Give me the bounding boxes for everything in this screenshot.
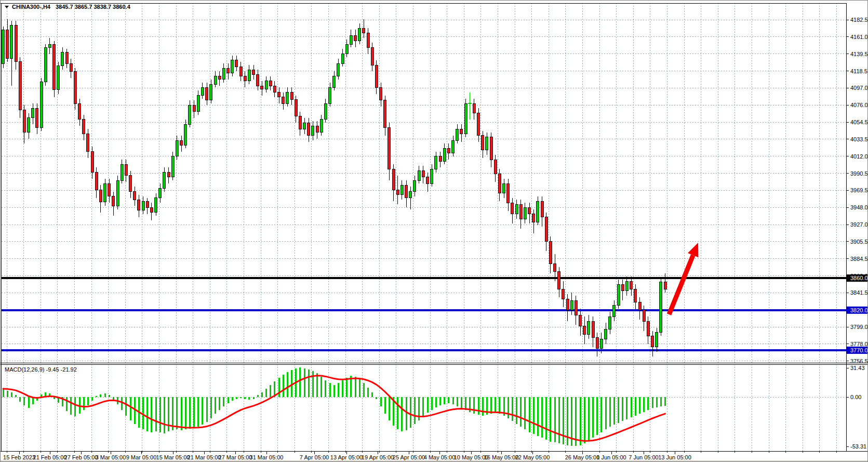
- candle: [167, 167, 170, 183]
- candle-body-bear: [426, 177, 429, 183]
- price-axis[interactable]: 4182.54161.04139.54118.54097.04076.04054…: [846, 17, 868, 450]
- candle-body-bear: [575, 300, 577, 315]
- candle: [647, 316, 649, 344]
- candle-body-bull: [121, 164, 123, 180]
- candle-body-bear: [596, 337, 598, 349]
- price-tick-label: 3799.0: [850, 324, 868, 330]
- candle-body-bear: [290, 93, 293, 100]
- candle-body-bear: [511, 203, 514, 214]
- candle: [443, 143, 446, 164]
- candle: [286, 87, 289, 107]
- macd-axis-label: 0.00: [850, 394, 861, 400]
- candle: [511, 198, 514, 223]
- candle: [53, 41, 56, 97]
- candle: [308, 118, 310, 142]
- candle: [65, 49, 68, 68]
- candle: [583, 316, 586, 344]
- candle: [350, 30, 352, 47]
- symbol-dropdown-icon[interactable]: [5, 6, 9, 8]
- candle-body-bear: [388, 127, 391, 169]
- candle: [596, 333, 598, 357]
- candle-body-bear: [621, 284, 624, 291]
- candle: [519, 200, 522, 228]
- candle-body-bear: [375, 65, 378, 87]
- candle: [396, 176, 399, 204]
- candle-body-bull: [231, 60, 234, 73]
- candle: [367, 28, 369, 54]
- candle: [528, 203, 531, 223]
- candle: [231, 56, 234, 76]
- candle: [146, 198, 149, 214]
- candle-body-bear: [74, 71, 76, 103]
- time-tick-label: 15 Mar 05:00: [156, 454, 190, 460]
- price-tick-label: 4076.0: [850, 102, 868, 108]
- candle: [91, 147, 94, 179]
- candle-body-bull: [184, 124, 187, 145]
- candle: [498, 169, 501, 201]
- arrow-head[interactable]: [688, 243, 698, 257]
- candle: [392, 164, 395, 201]
- candle-body-bear: [53, 44, 56, 90]
- candle: [638, 297, 641, 320]
- candle: [261, 81, 263, 96]
- price-tick-label: 3905.5: [850, 239, 868, 245]
- candle-body-bear: [252, 70, 255, 74]
- candle: [290, 87, 293, 105]
- candle: [312, 121, 314, 140]
- candle: [32, 103, 34, 124]
- candle: [244, 71, 246, 87]
- symbol-bar: CHINA300-,H4 3845.7 3865.7 3838.7 3860.4: [5, 4, 131, 10]
- candle: [651, 331, 654, 357]
- candles: [2, 19, 667, 357]
- price-tick-label: 4033.5: [850, 136, 868, 142]
- candle-body-bull: [515, 204, 518, 214]
- candle-body-bull: [625, 281, 628, 291]
- candle-body-bull: [286, 93, 289, 104]
- candle-body-bear: [278, 93, 281, 97]
- candle-body-bear: [371, 47, 373, 65]
- candle-body-bull: [10, 25, 13, 59]
- price-line-tag-label: 3820.0: [850, 307, 868, 313]
- candle: [609, 312, 611, 334]
- arrow-shaft[interactable]: [669, 255, 693, 314]
- candle: [316, 121, 318, 139]
- candle-body-bear: [592, 321, 594, 337]
- candle: [282, 93, 285, 110]
- candle-body-bear: [494, 160, 497, 174]
- candle-body-bull: [333, 76, 336, 88]
- candle: [477, 108, 480, 142]
- candle: [218, 71, 221, 86]
- candle: [15, 21, 17, 70]
- candle: [549, 236, 552, 273]
- candle: [252, 65, 255, 80]
- candle-body-bear: [108, 183, 111, 196]
- candle: [452, 136, 455, 156]
- candle-body-bear: [647, 321, 649, 336]
- candle: [303, 118, 306, 134]
- candle-body-bull: [222, 68, 225, 80]
- candle-body-bear: [257, 75, 259, 86]
- time-tick-label: 1 Jun 05:00: [596, 454, 626, 460]
- candle-body-bull: [617, 284, 620, 305]
- candle-body-bull: [418, 171, 420, 180]
- candle-body-bear: [129, 176, 132, 192]
- candle-body-bear: [138, 200, 140, 210]
- candle-body-bull: [171, 156, 174, 177]
- candle-body-bull: [159, 188, 162, 197]
- candle: [159, 183, 162, 203]
- candle: [337, 59, 340, 80]
- time-axis[interactable]: 15 Feb 202321 Feb 05:0027 Feb 05:003 Mar…: [3, 451, 836, 460]
- candle-body-bull: [197, 96, 199, 112]
- candle-body-bull: [452, 140, 455, 153]
- candle: [545, 213, 547, 251]
- candle-body-bear: [316, 126, 318, 132]
- candle: [537, 196, 539, 225]
- candle-body-bear: [490, 137, 492, 160]
- horizontal-lines[interactable]: [2, 278, 846, 350]
- time-tick-label: 31 Mar 05:00: [250, 454, 284, 460]
- candle-body-bear: [146, 201, 149, 207]
- price-chart-canvas[interactable]: 4182.54161.04139.54118.54097.04076.04054…: [1, 1, 868, 462]
- candle-body-bear: [273, 86, 276, 92]
- candle-body-bull: [48, 44, 51, 47]
- candle-body-bear: [566, 299, 569, 310]
